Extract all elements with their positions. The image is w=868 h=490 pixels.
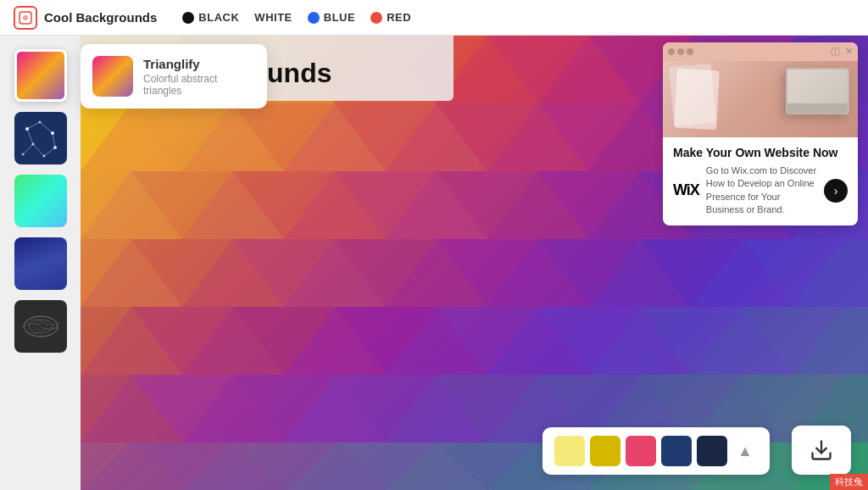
ad-dot-3: [687, 48, 693, 55]
palette-swatch-navy[interactable]: [661, 436, 692, 466]
download-icon: [810, 438, 833, 462]
color-nav: BLACK WHITE BLUE RED: [182, 11, 411, 24]
palette-swatch-yellow-light[interactable]: [554, 436, 585, 466]
svg-line-120: [27, 122, 40, 129]
ad-info-icon[interactable]: ⓘ: [831, 46, 840, 58]
sidebar: [0, 36, 81, 490]
ad-laptop-image: [786, 68, 849, 114]
palette-swatch-pink[interactable]: [626, 436, 656, 466]
svg-line-122: [27, 129, 33, 144]
svg-line-126: [23, 144, 33, 154]
sidebar-item-topography[interactable]: [14, 300, 67, 353]
svg-point-1: [23, 15, 28, 20]
main-content: Home › Cool Backgrounds Cool Backgrounds…: [0, 36, 868, 490]
wix-logo: WiX: [673, 181, 699, 199]
nav-red[interactable]: RED: [370, 11, 411, 24]
ad-description: Go to Wix.com to Discover How to Develop…: [706, 164, 817, 217]
sidebar-item-gradient-blue[interactable]: [14, 237, 67, 290]
trianglify-info: Trianglify Colorful abstract triangles: [143, 57, 255, 97]
download-button[interactable]: [792, 426, 851, 475]
logo-icon: [14, 6, 37, 30]
trianglify-card[interactable]: Trianglify Colorful abstract triangles: [81, 44, 267, 109]
watermark: 科技兔: [830, 474, 868, 490]
sidebar-item-trianglify[interactable]: [14, 49, 67, 102]
sidebar-item-constellation[interactable]: [14, 112, 67, 164]
ad-body-content: WiX Go to Wix.com to Discover How to Dev…: [673, 164, 848, 217]
ad-dot-1: [668, 48, 675, 55]
nav-black[interactable]: BLACK: [182, 11, 239, 24]
header: Cool Backgrounds BLACK WHITE BLUE RED: [0, 0, 868, 36]
ad-banner: ⓘ ✕ Make Your Own Website Now WiX Go to …: [663, 42, 858, 226]
palette-swatch-yellow-dark[interactable]: [590, 436, 620, 466]
ad-window-dots: [668, 48, 693, 55]
logo-area[interactable]: Cool Backgrounds: [14, 6, 157, 30]
trianglify-thumbnail: [92, 56, 133, 97]
ad-controls[interactable]: ⓘ ✕: [831, 46, 853, 58]
palette-direction-toggle[interactable]: ▲: [732, 438, 758, 464]
palette-bar: ▲: [542, 427, 770, 475]
ad-close-icon[interactable]: ✕: [845, 46, 853, 58]
svg-line-123: [53, 133, 55, 148]
nav-white[interactable]: WHITE: [254, 11, 292, 24]
ad-image: [663, 61, 858, 137]
nav-blue[interactable]: BLUE: [308, 11, 355, 24]
ad-top-bar: ⓘ ✕: [663, 42, 858, 61]
svg-line-125: [44, 148, 55, 156]
ad-title: Make Your Own Website Now: [673, 146, 848, 159]
ad-cta-button[interactable]: ›: [824, 179, 848, 203]
svg-line-124: [33, 144, 44, 156]
logo-title: Cool Backgrounds: [44, 10, 157, 25]
sidebar-item-gradient[interactable]: [14, 175, 67, 227]
palette-swatch-dark-navy[interactable]: [697, 436, 727, 466]
svg-line-121: [40, 122, 53, 133]
ad-dot-2: [677, 48, 684, 55]
ad-body: Make Your Own Website Now WiX Go to Wix.…: [663, 137, 858, 226]
